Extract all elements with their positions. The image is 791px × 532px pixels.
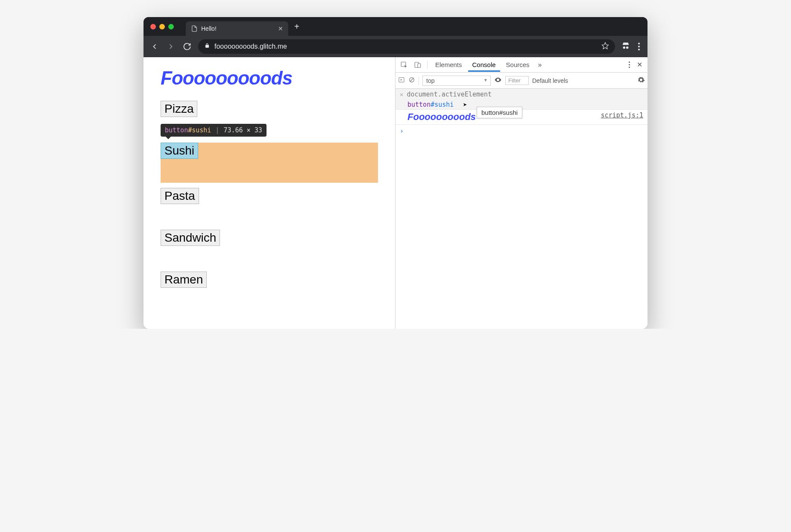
filter-placeholder: Filter — [508, 77, 521, 84]
tab-title: Hello! — [201, 25, 217, 32]
tab-close-icon[interactable]: ✕ — [278, 25, 283, 32]
traffic-lights — [150, 24, 174, 29]
browser-window: Hello! ✕ + fooooooooods.glitch.me Fooooo… — [144, 17, 647, 329]
tab-console[interactable]: Console — [468, 58, 500, 72]
devtools-tabs: Elements Console Sources » ✕ — [396, 57, 647, 73]
eager-expression: document.activeElement — [407, 91, 492, 98]
browser-toolbar: fooooooooods.glitch.me — [144, 36, 647, 57]
divider — [419, 76, 419, 85]
mouse-cursor-icon: ➤ — [463, 101, 467, 109]
console-sidebar-toggle-icon[interactable] — [398, 76, 405, 85]
more-tabs-icon[interactable]: » — [536, 61, 545, 69]
svg-rect-3 — [418, 64, 421, 67]
food-button-ramen[interactable]: Ramen — [161, 272, 207, 288]
clear-console-icon[interactable] — [408, 76, 415, 85]
tooltip-dimensions: 73.66 × 33 — [223, 126, 262, 134]
live-expression-icon[interactable] — [494, 76, 502, 85]
tab-elements[interactable]: Elements — [431, 58, 466, 72]
console-body[interactable]: ✕ document.activeElement button#sushi Fo… — [396, 89, 647, 329]
console-toolbar: top Filter Default levels — [396, 73, 647, 89]
food-button-pasta[interactable]: Pasta — [161, 188, 199, 204]
browser-menu-button[interactable] — [636, 43, 642, 50]
new-tab-button[interactable]: + — [288, 22, 305, 32]
titlebar: Hello! ✕ + — [144, 17, 647, 36]
address-bar[interactable]: fooooooooods.glitch.me — [198, 39, 615, 54]
food-list: Pizza button#sushi | 73.66 × 33 Sushi Pa… — [161, 101, 378, 313]
food-row-pizza: Pizza — [161, 101, 378, 117]
divider — [427, 61, 428, 69]
food-row-ramen: Ramen — [161, 272, 378, 288]
eager-eval-row: ✕ document.activeElement — [396, 89, 647, 100]
forward-button[interactable] — [166, 41, 176, 52]
window-minimize-button[interactable] — [159, 24, 165, 29]
tooltip-id: #sushi — [188, 126, 211, 134]
window-zoom-button[interactable] — [168, 24, 174, 29]
log-source-link[interactable]: script.js:1 — [601, 111, 643, 123]
food-button-pizza[interactable]: Pizza — [161, 101, 197, 117]
svg-line-7 — [410, 78, 413, 82]
devtools-close-icon[interactable]: ✕ — [634, 61, 645, 69]
page-heading: Fooooooooods — [161, 67, 378, 89]
devtools-panel: Elements Console Sources » ✕ top Filter … — [396, 57, 647, 329]
lock-icon — [204, 43, 210, 50]
context-selector[interactable]: top — [422, 76, 491, 86]
svg-marker-5 — [401, 79, 402, 81]
tooltip-tag: button — [165, 126, 188, 134]
food-button-sandwich[interactable]: Sandwich — [161, 230, 220, 246]
food-row-sushi: button#sushi | 73.66 × 33 Sushi — [161, 143, 378, 183]
food-row-sandwich: Sandwich — [161, 230, 378, 246]
hover-tooltip: button#sushi — [477, 107, 522, 118]
browser-tab[interactable]: Hello! ✕ — [186, 21, 288, 36]
device-toolbar-icon[interactable] — [412, 61, 424, 69]
food-row-pasta: Pasta — [161, 188, 378, 204]
web-page: Fooooooooods Pizza button#sushi | 73.66 … — [144, 57, 396, 329]
result-tag: button — [407, 101, 431, 108]
tooltip-separator: | — [215, 126, 219, 134]
log-message: Fooooooooods — [407, 111, 476, 123]
content-area: Fooooooooods Pizza button#sushi | 73.66 … — [144, 57, 647, 329]
window-close-button[interactable] — [150, 24, 156, 29]
bookmark-star-icon[interactable] — [601, 42, 609, 51]
tab-sources[interactable]: Sources — [502, 58, 534, 72]
context-value: top — [426, 77, 434, 84]
url-text: fooooooooods.glitch.me — [214, 43, 597, 50]
filter-input[interactable]: Filter — [505, 76, 529, 85]
inspect-element-icon[interactable] — [398, 61, 410, 69]
console-settings-icon[interactable] — [637, 76, 645, 85]
devtools-menu-icon[interactable] — [626, 61, 633, 68]
food-button-sushi[interactable]: Sushi — [161, 143, 198, 159]
close-eager-icon[interactable]: ✕ — [400, 91, 403, 98]
console-prompt[interactable]: › — [396, 125, 647, 137]
log-levels[interactable]: Default levels — [532, 77, 568, 84]
inspect-tooltip: button#sushi | 73.66 × 33 — [161, 124, 267, 137]
incognito-icon[interactable] — [621, 41, 630, 52]
svg-marker-0 — [602, 43, 609, 49]
result-id: #sushi — [431, 101, 454, 108]
page-icon — [191, 25, 198, 32]
reload-button[interactable] — [182, 41, 192, 52]
back-button[interactable] — [149, 41, 160, 52]
